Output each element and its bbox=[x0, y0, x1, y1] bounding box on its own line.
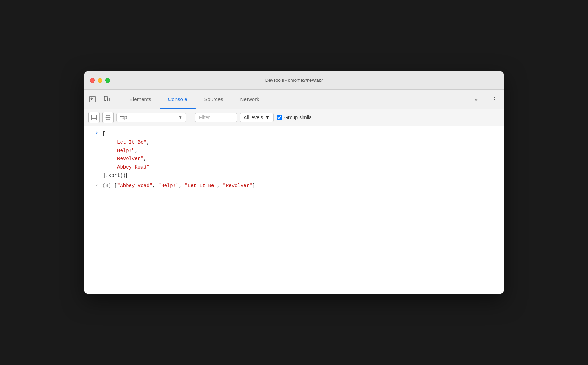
bracket-open: [ bbox=[102, 131, 105, 137]
expand-arrow-icon[interactable]: › bbox=[95, 130, 98, 135]
string-abbey-road: "Abbey Road" bbox=[114, 164, 150, 170]
log-levels-selector[interactable]: All levels ▼ bbox=[240, 113, 274, 122]
console-input-row: › [ "Let It Be", "Help!", "Revolver", "A… bbox=[84, 129, 504, 181]
console-input-content[interactable]: [ "Let It Be", "Help!", "Revolver", "Abb… bbox=[101, 129, 504, 181]
string-let-it-be: "Let It Be" bbox=[114, 139, 146, 145]
svg-rect-2 bbox=[107, 98, 109, 101]
toolbar-divider bbox=[191, 113, 191, 122]
console-area: › [ "Let It Be", "Help!", "Revolver", "A… bbox=[84, 126, 504, 294]
input-gutter: › bbox=[84, 129, 101, 135]
more-tabs-button[interactable]: » bbox=[471, 94, 481, 104]
cursor bbox=[126, 173, 127, 178]
tab-console[interactable]: Console bbox=[160, 90, 196, 109]
result-gutter: ‹ bbox=[84, 182, 101, 188]
clear-console-button[interactable] bbox=[102, 112, 114, 123]
group-similar-checkbox[interactable] bbox=[277, 115, 282, 120]
string-revolver: "Revolver" bbox=[114, 156, 144, 162]
tab-bar: Elements Console Sources Network » ⋮ bbox=[84, 90, 504, 109]
inspect-element-button[interactable] bbox=[87, 94, 98, 105]
tab-sources[interactable]: Sources bbox=[196, 90, 232, 109]
sort-method: .sort() bbox=[105, 173, 126, 178]
tabs-container: Elements Console Sources Network bbox=[121, 90, 467, 109]
console-result-content: (4) ["Abbey Road", "Help!", "Let It Be",… bbox=[101, 182, 257, 189]
context-arrow-icon: ▼ bbox=[178, 115, 182, 120]
group-similar-label[interactable]: Group simila bbox=[277, 115, 312, 120]
console-toolbar: top ▼ Filter All levels ▼ Group simila bbox=[84, 109, 504, 126]
console-result-row: ‹ (4) ["Abbey Road", "Help!", "Let It Be… bbox=[84, 181, 504, 190]
svg-rect-4 bbox=[92, 115, 96, 120]
window-title: DevTools - chrome://newtab/ bbox=[265, 78, 323, 83]
device-toolbar-button[interactable] bbox=[101, 94, 112, 105]
show-drawer-button[interactable] bbox=[88, 112, 100, 123]
tab-bar-left-icons bbox=[87, 90, 118, 109]
svg-rect-0 bbox=[90, 96, 95, 102]
code-block: [ "Let It Be", "Help!", "Revolver", "Abb… bbox=[102, 130, 502, 180]
tab-network[interactable]: Network bbox=[232, 90, 268, 109]
string-help: "Help!" bbox=[114, 148, 135, 153]
context-selector[interactable]: top ▼ bbox=[116, 113, 186, 122]
filter-input[interactable]: Filter bbox=[195, 113, 237, 122]
minimize-button[interactable] bbox=[98, 78, 102, 83]
tab-bar-right: » ⋮ bbox=[467, 90, 504, 109]
devtools-window: DevTools - chrome://newtab/ bbox=[84, 71, 504, 294]
title-bar: DevTools - chrome://newtab/ bbox=[84, 71, 504, 90]
collapse-arrow-icon[interactable]: ‹ bbox=[95, 183, 98, 188]
close-button[interactable] bbox=[90, 78, 95, 83]
maximize-button[interactable] bbox=[105, 78, 110, 83]
levels-arrow-icon: ▼ bbox=[265, 115, 270, 120]
devtools-menu-button[interactable]: ⋮ bbox=[490, 94, 500, 104]
divider bbox=[484, 94, 484, 104]
traffic-lights bbox=[90, 78, 110, 83]
tab-elements[interactable]: Elements bbox=[121, 90, 160, 109]
